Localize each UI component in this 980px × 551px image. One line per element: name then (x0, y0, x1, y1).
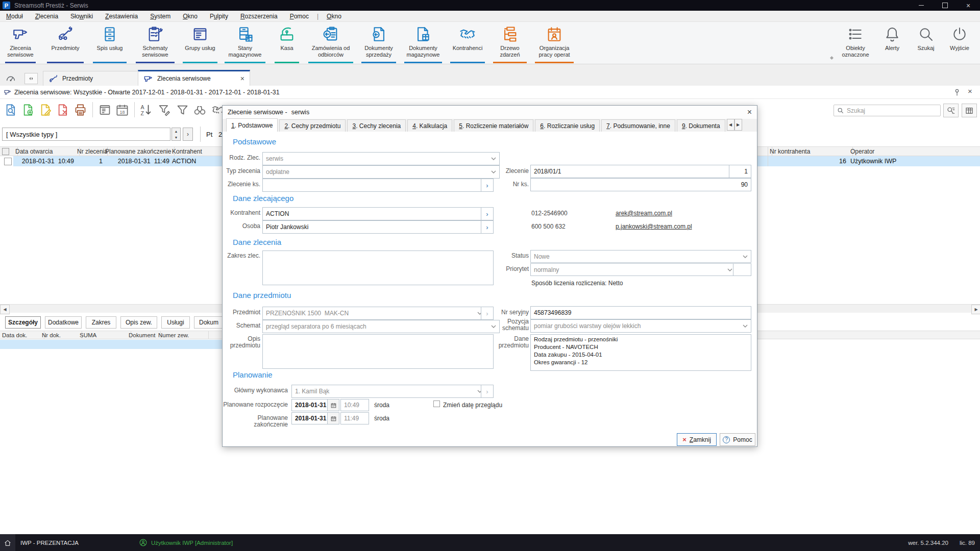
priorytet-color-box[interactable] (733, 263, 751, 276)
osoba-lookup-button[interactable]: › (481, 220, 494, 234)
tab-scroll-right-icon[interactable]: ▶ (734, 119, 742, 131)
lower-tab-opis-zew[interactable]: Opis zew. (120, 316, 157, 329)
close-button[interactable]: × (957, 0, 980, 11)
col-header-data-otwarcia[interactable]: Data otwarcia (13, 147, 80, 156)
menu-rozszerzenia[interactable]: Rozszerzenia (234, 11, 284, 22)
dialog-tab-cechy-przedmiotu[interactable]: 2. Cechy przedmiotu (279, 119, 346, 132)
menu-zestawienia[interactable]: Zestawienia (99, 11, 144, 22)
zlecenie-input[interactable]: 2018/01/1 (530, 165, 731, 178)
menu-system[interactable]: System (144, 11, 177, 22)
glowny-wykonawca-select[interactable]: 1. Kamil Bąk (291, 385, 486, 398)
menu-pulpity[interactable]: Pulpity (204, 11, 234, 22)
tab-przedmioty[interactable]: Przedmioty × (43, 71, 148, 86)
kontrahent-lookup-button[interactable]: › (481, 207, 494, 220)
pomoc-button[interactable]: ? Pomoc (720, 433, 755, 446)
pozycja-schematu-select[interactable]: pomiar grubości warstwy olejów lekkich (530, 319, 751, 333)
lower-tab-dokum[interactable]: Dokum (194, 316, 224, 329)
tab-scroll-left-icon[interactable]: ◀ (727, 119, 734, 131)
scroll-left-icon[interactable]: ◀ (0, 305, 10, 314)
ribbon-item-szukaj[interactable]: Szukaj (913, 24, 939, 63)
dialog-tab-cechy-zlecenia[interactable]: 3. Cechy zlecenia (347, 119, 406, 132)
col-header-planowane-zakonczenie[interactable]: Planowane zakończenie (103, 147, 175, 156)
menu-slowniki[interactable]: Słowniki (64, 11, 99, 22)
maximize-button[interactable] (933, 0, 957, 11)
przedmiot-select[interactable]: PRZENOŚNIK 1500 MAK-CN (262, 307, 486, 320)
ribbon-item-zamowienia-od-odbiorcow[interactable]: Zamówienia od odbiorców (307, 24, 354, 63)
menu-zlecenia[interactable]: Zlecenia (29, 11, 64, 22)
lower-col-dokument[interactable]: Dokument (127, 331, 161, 339)
lower-tab-szczegoly[interactable]: Szczegóły (5, 316, 41, 329)
ribbon-item-organizacja-pracy[interactable]: Organizacja pracy operat (534, 24, 575, 63)
grid-columns-button[interactable] (962, 104, 977, 117)
lower-tab-dodatkowe[interactable]: Dodatkowe (45, 316, 82, 329)
menu-pomoc[interactable]: Pomoc (284, 11, 315, 22)
search-list-button[interactable] (943, 104, 959, 117)
col-header-operator[interactable]: Operator (848, 147, 980, 156)
status-select[interactable]: Nowe (530, 250, 751, 263)
menu-modul[interactable]: Moduł (0, 11, 29, 22)
calendar-button[interactable]: 18 (114, 102, 130, 117)
ribbon-item-kasa[interactable]: Kasa (274, 24, 300, 63)
osoba-input[interactable]: Piotr Jankowski (262, 220, 486, 234)
kontrahent-input[interactable]: ACTION (262, 207, 486, 220)
lower-tab-zakres[interactable]: Zakres (86, 316, 116, 329)
ribbon-item-stany-magazynowe[interactable]: Stany magazynowe (224, 24, 266, 63)
lower-col-data-dok[interactable]: Data dok. (0, 331, 44, 339)
ribbon-item-obiekty-oznaczone[interactable]: Obiekty oznaczone (838, 24, 873, 63)
ribbon-item-schematy-serwisowe[interactable]: Schematy serwisowe (135, 24, 176, 63)
ribbon-item-drzewo-zdarzen[interactable]: Drzewo zdarzeń (492, 24, 528, 63)
ribbon-item-spis-uslug[interactable]: Spis usług (92, 24, 128, 63)
ribbon-item-dokumenty-sprzedazy[interactable]: Dokumenty sprzedaży (360, 24, 397, 63)
list-view-button[interactable] (97, 102, 112, 117)
nr-ks-input[interactable]: 90 (530, 178, 751, 191)
dialog-tab-dokumentacja[interactable]: 9. Dokumenta (677, 119, 725, 132)
dashboard-icon[interactable] (4, 72, 17, 84)
osoba-email-link[interactable]: p.jankowski@stream.com.pl (616, 223, 692, 230)
lower-col-numer-zew[interactable]: Numer zew. (156, 331, 209, 339)
priorytet-select[interactable]: normalny (530, 263, 736, 276)
kontrahent-email-link[interactable]: arek@stream.com.pl (616, 210, 672, 217)
dialog-tab-rozliczenie-materialow[interactable]: 5. Rozliczenie materiałów (454, 119, 533, 132)
type-filter-spinner[interactable]: ▲▼ (172, 128, 181, 141)
zakres-zlec-textarea[interactable] (262, 251, 494, 285)
current-user[interactable]: Użytkownik IWP [Administrator] (139, 538, 233, 547)
ribbon-item-dokumenty-magazynowe[interactable]: Dokumenty magazynowe (403, 24, 443, 63)
ribbon-item-alerty[interactable]: Alerty (879, 24, 905, 63)
type-filter-go-button[interactable]: › (183, 128, 193, 141)
filter-button[interactable] (175, 102, 190, 117)
find-document-button[interactable] (3, 102, 18, 117)
zlecenie-ks-input[interactable] (262, 179, 486, 192)
calendar-icon[interactable] (327, 412, 339, 424)
split-view-button[interactable] (24, 73, 38, 84)
add-document-button[interactable] (20, 102, 36, 117)
dialog-tab-podsumowanie-inne[interactable]: 7. Podsumowanie, inne (601, 119, 675, 132)
home-icon[interactable] (0, 534, 15, 551)
zakonczenie-time-input[interactable]: 11:49 (340, 412, 369, 424)
zlecenie-aux-input[interactable]: 1 (729, 165, 751, 178)
lower-col-suma[interactable]: SUMA (78, 331, 131, 339)
dialog-close-icon[interactable]: × (747, 108, 752, 117)
print-button[interactable] (72, 102, 88, 117)
binoculars-icon[interactable] (192, 102, 207, 117)
dialog-tab-rozliczanie-uslug[interactable]: 6. Rozliczanie usług (535, 119, 600, 132)
schemat-select[interactable]: przegląd separatora po 6 miesiącach (262, 320, 500, 333)
type-filter-input[interactable]: [ Wszystkie typy ] (2, 128, 170, 141)
tab-zlecenia-serwisowe[interactable]: Zlecenia serwisowe × (138, 70, 250, 86)
menu-okno-2[interactable]: Okno (321, 11, 348, 22)
pin-icon[interactable] (952, 88, 962, 97)
menu-okno[interactable]: Okno (177, 11, 204, 22)
glowny-wykonawca-lookup-button[interactable]: › (481, 385, 494, 398)
ribbon-item-wyjscie[interactable]: Wyjście (945, 24, 974, 63)
calendar-icon[interactable] (327, 399, 339, 411)
dialog-tab-podstawowe[interactable]: 1. Podstawowe (226, 118, 278, 132)
col-header-nr-kontrahenta[interactable]: Nr kontrahenta (768, 147, 853, 156)
typ-zlecenia-select[interactable]: odpłatne (262, 165, 500, 179)
rozpoczecie-time-input[interactable]: 10:49 (340, 399, 369, 411)
zamknij-button[interactable]: × Zamknij (677, 433, 717, 446)
ribbon-item-zlecenia-serwisowe[interactable]: Zlecenia serwisowe (4, 24, 37, 63)
close-icon[interactable]: × (968, 87, 972, 95)
ribbon-item-grupy-uslug[interactable]: Grupy usług (182, 24, 218, 63)
delete-document-button[interactable] (55, 102, 70, 117)
nr-seryjny-input[interactable]: 45873496839 (530, 306, 751, 319)
dialog-tab-kalkulacja[interactable]: 4. Kalkulacja (407, 119, 452, 132)
